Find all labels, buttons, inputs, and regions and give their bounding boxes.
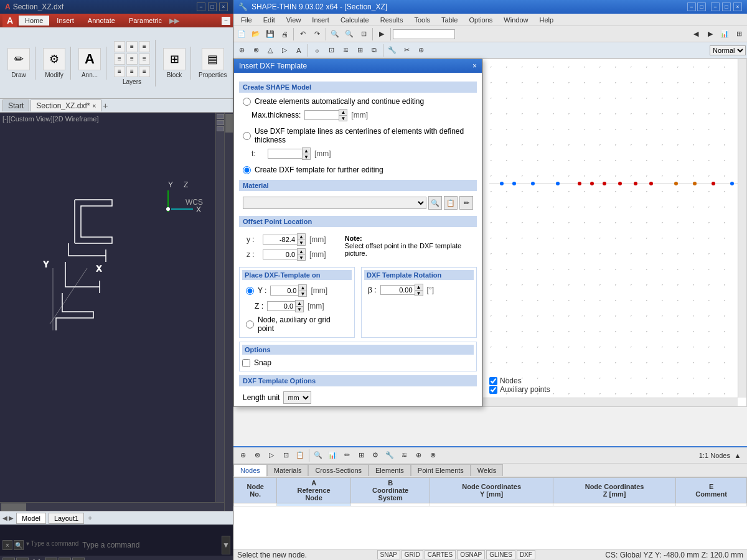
add-layout-btn[interactable]: + — [87, 513, 93, 524]
offset-z-spin-btns[interactable]: ▲ ▼ — [297, 248, 306, 261]
shapethin-window-controls[interactable]: − □ × — [711, 2, 742, 11]
grid-tool-6[interactable]: 🔍 — [311, 449, 325, 462]
layout-next-btn[interactable]: ▶ — [9, 515, 14, 521]
st-tool-calculate[interactable]: ▶ — [375, 27, 388, 41]
offset-z-input[interactable] — [263, 250, 297, 259]
place-y-radio[interactable]: Y : ▲ ▼ [mm] — [242, 282, 352, 299]
st-tool-redo[interactable]: ↷ — [310, 27, 324, 41]
st2-tool-12[interactable]: ✂ — [400, 44, 413, 57]
st2-tool-10[interactable]: ⧉ — [367, 44, 381, 57]
st-tool-save[interactable]: 💾 — [263, 27, 277, 41]
side-tool-1[interactable] — [217, 114, 224, 119]
cmd-icon-search[interactable]: 🔍 — [14, 540, 24, 550]
t-spin-btns[interactable]: ▲ ▼ — [302, 147, 311, 160]
status-add-btn[interactable]: + — [59, 558, 71, 560]
offset-y-input[interactable] — [263, 235, 297, 245]
offset-y-up[interactable]: ▲ — [297, 233, 306, 240]
tab-section-xz[interactable]: Section_XZ.dxf* × — [31, 100, 101, 111]
st2-tool-8[interactable]: ≋ — [339, 44, 352, 57]
status-model-btn[interactable]: ⊞ — [2, 558, 15, 560]
st2-tool-5[interactable]: A — [292, 44, 306, 57]
command-scroll[interactable]: ▼ — [222, 536, 230, 554]
st-tool-new[interactable]: 📄 — [235, 27, 248, 41]
autocad-maximize-btn[interactable]: □ — [208, 2, 217, 11]
layers-icon-9[interactable]: ≡ — [139, 66, 150, 77]
t-input-spin[interactable]: ▲ ▼ — [268, 147, 311, 160]
place-z-down[interactable]: ▼ — [295, 306, 304, 312]
menu-table[interactable]: Table — [436, 15, 463, 25]
menu-options[interactable]: Options — [464, 15, 497, 25]
material-edit-btn[interactable]: ✏ — [459, 196, 473, 210]
grid-tab-elements[interactable]: Elements — [369, 464, 411, 476]
st2-tool-6[interactable]: ⟐ — [310, 44, 324, 57]
t-input[interactable] — [268, 149, 302, 159]
shapethin-close-btn[interactable]: × — [733, 2, 742, 11]
shapethin-minimize-btn[interactable]: − — [711, 2, 720, 11]
ann-tool-icon[interactable]: A — [78, 48, 101, 70]
place-z-spin-btns[interactable]: ▲ ▼ — [295, 300, 304, 312]
place-z-up[interactable]: ▲ — [295, 300, 304, 306]
layers-icon-2[interactable]: ≡ — [126, 41, 138, 52]
material-search-btn[interactable]: 🔍 — [428, 196, 442, 210]
snap-checkbox[interactable] — [242, 359, 250, 367]
snap-btn-dxf[interactable]: DXF — [517, 550, 535, 559]
st2-tool-3[interactable]: △ — [263, 44, 277, 57]
grid-tool-2[interactable]: ⊗ — [250, 449, 264, 462]
data-table-container[interactable]: NodeNo. AReferenceNode BCoordinateSystem… — [233, 477, 747, 549]
layers-icon-4[interactable]: ≡ — [114, 54, 125, 65]
grid-tool-3[interactable]: ▷ — [265, 449, 278, 462]
layers-icon-6[interactable]: ≡ — [139, 54, 150, 65]
menu-help[interactable]: Help — [534, 15, 558, 25]
menu-file[interactable]: File — [236, 15, 257, 25]
beta-spin-btns[interactable]: ▲ ▼ — [415, 284, 423, 296]
st-display-select[interactable]: Normal — [710, 45, 746, 55]
grid-scroll-up[interactable]: ▲ — [731, 449, 745, 462]
status-view-btn[interactable]: ≡ — [72, 558, 85, 560]
max-thickness-input[interactable] — [304, 110, 339, 120]
beta-input[interactable] — [380, 285, 415, 295]
menu-tools[interactable]: Tools — [409, 15, 435, 25]
canvas-hscroll[interactable] — [483, 398, 738, 406]
st-nav-next[interactable]: ▶ — [703, 27, 717, 41]
st2-tool-1[interactable]: ⊕ — [235, 44, 248, 57]
radio-further-editing[interactable] — [243, 166, 251, 174]
properties-tool-icon[interactable]: ▤ — [202, 48, 224, 70]
ribbon-tab-insert[interactable]: Insert — [50, 16, 80, 26]
st-tool-zoom-out[interactable]: 🔍 — [342, 27, 356, 41]
layout1-tab[interactable]: Layout1 — [49, 513, 84, 524]
tab-add-btn[interactable]: + — [103, 101, 108, 111]
shapethin-maximize-btn[interactable]: □ — [722, 2, 731, 11]
tab-start[interactable]: Start — [2, 100, 29, 111]
grid-tab-welds[interactable]: Welds — [471, 464, 503, 476]
st-tool-zoom-in[interactable]: 🔍 — [328, 27, 342, 41]
grid-tab-materials[interactable]: Materials — [267, 464, 309, 476]
st-search-input[interactable] — [393, 29, 455, 39]
radio-place-y[interactable] — [246, 287, 254, 295]
st-tool-fit[interactable]: ⊡ — [357, 27, 370, 41]
side-tool-2[interactable] — [217, 120, 224, 125]
menu-calculate[interactable]: Calculate — [336, 15, 374, 25]
layers-icon-5[interactable]: ≡ — [126, 54, 138, 65]
material-copy-btn[interactable]: 📋 — [444, 196, 458, 210]
grid-tool-9[interactable]: ⊞ — [354, 449, 368, 462]
autocad-minimize-btn[interactable]: − — [197, 2, 205, 11]
menu-view[interactable]: View — [281, 15, 306, 25]
viewport-hscroll[interactable] — [0, 502, 224, 511]
st-nav-prev[interactable]: ◀ — [689, 27, 703, 41]
st-tool-print[interactable]: 🖨 — [278, 27, 291, 41]
grid-tool-11[interactable]: 🔧 — [383, 449, 397, 462]
viewport-vscroll[interactable] — [224, 113, 233, 511]
place-y-spin-btns[interactable]: ▲ ▼ — [298, 284, 307, 297]
place-node-radio[interactable]: Node, auxiliary or grid point — [242, 314, 352, 335]
max-thickness-input-spin[interactable]: ▲ ▼ — [304, 109, 347, 121]
layers-icon-8[interactable]: ≡ — [126, 66, 138, 77]
grid-tool-8[interactable]: ✏ — [340, 449, 354, 462]
status-settings-btn[interactable]: ⚙ — [45, 558, 57, 560]
place-y-input[interactable] — [270, 286, 298, 296]
snap-btn-grid[interactable]: GRID — [402, 550, 423, 559]
offset-y-spin[interactable]: ▲ ▼ — [263, 233, 306, 246]
st-view-results[interactable]: 📊 — [718, 27, 731, 41]
radio-place-node[interactable] — [246, 320, 254, 329]
command-input[interactable] — [81, 539, 219, 551]
grid-tool-14[interactable]: ⊗ — [426, 449, 439, 462]
